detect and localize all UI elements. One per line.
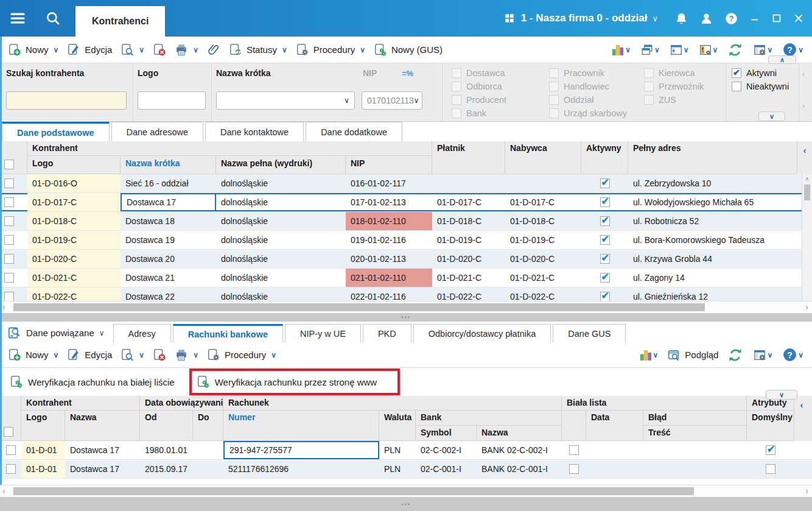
cell-active[interactable] bbox=[581, 193, 628, 211]
cell-white-list[interactable] bbox=[562, 441, 586, 459]
cell-nip[interactable]: 020-01-02-113 bbox=[346, 250, 432, 268]
cell-nip[interactable]: 016-01-02-117 bbox=[346, 174, 432, 192]
cell-payer[interactable]: 01-D-019-C bbox=[432, 231, 505, 249]
column-header-number[interactable]: Numer bbox=[223, 411, 379, 441]
filter-checkbox-row[interactable]: ZUS bbox=[644, 95, 704, 105]
cell-bank-symbol[interactable]: 02-C-001-I bbox=[416, 460, 477, 478]
column-header-to[interactable]: Do bbox=[193, 411, 223, 441]
related-table-settings-button[interactable] bbox=[750, 346, 775, 364]
row-select-cell[interactable] bbox=[0, 231, 18, 249]
active-checkbox[interactable] bbox=[600, 178, 610, 188]
user-icon[interactable] bbox=[699, 12, 713, 26]
collapse-columns-arrow[interactable] bbox=[803, 145, 807, 174]
verify-white-list-button[interactable]: Weryfikacja rachunku na białej liście bbox=[4, 370, 181, 393]
related-tab-odbiorcy-dostawcy-p-atnika[interactable]: Odbiorcy/dostawcy płatnika bbox=[413, 324, 551, 342]
cell-address[interactable]: ul. Bora-Komorowskiego Tadeusza bbox=[628, 231, 812, 249]
related-print-button[interactable] bbox=[170, 346, 203, 364]
short-name-select[interactable] bbox=[216, 91, 355, 110]
procedures-button[interactable]: Procedury bbox=[292, 41, 369, 59]
scroll-right-arrow[interactable]: › bbox=[805, 302, 808, 312]
contractor-row[interactable]: 01-D-021-CDostawca 21dolnośląskie021-01-… bbox=[0, 269, 812, 287]
accounts-horizontal-scrollbar[interactable]: ‹ › bbox=[0, 485, 812, 497]
refresh-button[interactable] bbox=[724, 40, 746, 60]
cell-active[interactable] bbox=[581, 174, 628, 192]
statuses-button[interactable]: Statusy bbox=[225, 41, 292, 59]
cell-white-list-error[interactable] bbox=[643, 441, 747, 459]
cell-default[interactable] bbox=[747, 441, 794, 459]
filter-checkbox[interactable] bbox=[549, 82, 559, 91]
cell-full-name[interactable]: dolnośląskie bbox=[216, 269, 346, 287]
filter-checkbox-row[interactable]: Kierowca bbox=[644, 68, 704, 78]
row-select-cell[interactable] bbox=[0, 250, 18, 268]
scrollbar-thumb[interactable] bbox=[13, 487, 694, 495]
cell-buyer[interactable]: 01-D-017-C bbox=[505, 193, 581, 211]
related-view-button[interactable] bbox=[116, 346, 149, 364]
cell-valid-from[interactable]: 2015.09.17 bbox=[140, 460, 193, 478]
row-marker-cell[interactable] bbox=[18, 174, 27, 192]
logo-filter-input[interactable] bbox=[138, 91, 206, 110]
accounts-select-all-checkbox[interactable] bbox=[4, 427, 13, 437]
maximize-button[interactable] bbox=[771, 12, 783, 24]
column-header-address[interactable]: Pełny adres bbox=[628, 141, 797, 174]
active-checkbox[interactable] bbox=[600, 292, 610, 301]
filter-checkbox-row[interactable]: Bank bbox=[452, 108, 506, 118]
row-select-cell[interactable] bbox=[0, 193, 18, 211]
cell-payer[interactable]: 01-D-020-C bbox=[432, 250, 505, 268]
section-splitter[interactable] bbox=[0, 313, 812, 322]
cell-logo[interactable]: 01-D-019-C bbox=[27, 231, 121, 249]
cell-buyer[interactable]: 01-D-019-C bbox=[505, 231, 581, 249]
cell-short-name[interactable]: Dostawca 21 bbox=[121, 269, 216, 287]
column-header-logo[interactable]: Logo bbox=[27, 156, 121, 174]
filter-checkbox[interactable] bbox=[732, 82, 741, 91]
filter-checkbox-row[interactable]: Aktywni bbox=[732, 68, 789, 78]
scrollbar-thumb[interactable] bbox=[13, 303, 705, 311]
select-all-checkbox[interactable] bbox=[4, 160, 14, 169]
row-select-cell[interactable] bbox=[0, 269, 18, 287]
filter-checkbox-row[interactable]: Handlowiec bbox=[549, 82, 627, 91]
column-header-default[interactable]: Domyślny bbox=[747, 411, 794, 441]
delete-button[interactable] bbox=[149, 41, 170, 59]
contractor-row[interactable]: 01-D-018-CDostawca 18dolnośląskie018-01-… bbox=[0, 212, 812, 231]
scroll-left-arrow[interactable]: ‹ bbox=[2, 486, 5, 496]
cell-full-name[interactable]: dolnośląskie bbox=[216, 174, 346, 192]
company-selector[interactable]: 1 - Nasza firma 0 - oddział ∨ bbox=[521, 12, 658, 24]
filter-checkbox[interactable] bbox=[549, 95, 559, 105]
cell-account-number[interactable]: 291-947-275577 bbox=[223, 441, 379, 459]
filter-checkbox[interactable] bbox=[644, 68, 654, 78]
row-checkbox[interactable] bbox=[4, 178, 14, 188]
row-checkbox[interactable] bbox=[4, 273, 14, 283]
cell-payer[interactable] bbox=[432, 174, 505, 192]
white-list-checkbox[interactable] bbox=[569, 464, 579, 474]
minimize-button[interactable] bbox=[749, 12, 761, 24]
cell-short-name[interactable]: Dostawca 20 bbox=[121, 250, 216, 268]
column-group-white-list[interactable]: Biała lista bbox=[562, 396, 747, 411]
cell-active[interactable] bbox=[581, 250, 628, 268]
alerts-settings-button[interactable] bbox=[696, 41, 721, 59]
row-marker-cell[interactable] bbox=[18, 287, 27, 301]
panel-scroll-right-arrow[interactable]: › bbox=[802, 101, 805, 110]
cell-buyer[interactable]: 01-D-018-C bbox=[505, 212, 581, 230]
column-header-payer[interactable]: Płatnik bbox=[432, 141, 505, 174]
default-checkbox[interactable] bbox=[766, 464, 775, 474]
filter-checkbox[interactable] bbox=[549, 68, 559, 78]
column-header-short-name[interactable]: Nazwa krótka bbox=[121, 156, 216, 174]
cell-payer[interactable]: 01-D-021-C bbox=[432, 269, 505, 287]
column-header-date[interactable]: Data bbox=[586, 411, 643, 441]
column-header-error[interactable]: Błąd bbox=[643, 411, 747, 426]
search-contractor-input[interactable] bbox=[6, 91, 127, 110]
cell-logo[interactable]: 01-D-016-O bbox=[27, 174, 121, 192]
row-marker-cell[interactable] bbox=[18, 269, 27, 287]
filter-checkbox-row[interactable]: Przewoźnik bbox=[644, 82, 704, 91]
cell-filler[interactable] bbox=[794, 460, 812, 478]
related-tab-pkd[interactable]: PKD bbox=[363, 324, 411, 342]
active-checkbox[interactable] bbox=[600, 216, 610, 226]
cell-buyer[interactable]: 01-D-020-C bbox=[505, 250, 581, 268]
cell-buyer[interactable] bbox=[505, 174, 581, 192]
filter-checkbox-row[interactable]: Oddział bbox=[549, 95, 627, 105]
filter-checkbox[interactable] bbox=[452, 108, 461, 118]
cell-short-name[interactable]: Dostawca 22 bbox=[121, 287, 216, 301]
related-new-button[interactable]: Nowy bbox=[4, 346, 63, 364]
cell-full-name[interactable]: dolnośląskie bbox=[216, 250, 346, 268]
related-refresh-button[interactable] bbox=[724, 345, 746, 365]
filter-checkbox[interactable] bbox=[644, 82, 654, 91]
